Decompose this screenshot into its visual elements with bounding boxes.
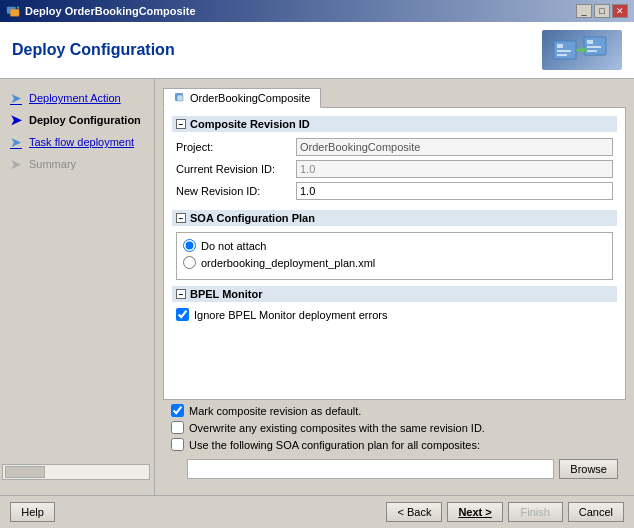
- nav-scrollbar-thumb[interactable]: [5, 466, 45, 478]
- section-bpel-monitor-label: BPEL Monitor: [190, 288, 263, 300]
- radio-do-not-attach-input[interactable]: [183, 239, 196, 252]
- panel-content[interactable]: − Composite Revision ID Project: Current…: [163, 108, 626, 400]
- nav-label-task-flow: Task flow deployment: [29, 136, 134, 148]
- section-bpel-monitor: − BPEL Monitor: [172, 286, 617, 302]
- header-area: Deploy Configuration: [0, 22, 634, 79]
- bpel-monitor-checkbox[interactable]: [176, 308, 189, 321]
- window-controls: _ □ ✕: [576, 4, 628, 18]
- nav-icon-deployment-action: ➤: [8, 90, 24, 106]
- collapse-bpel-monitor[interactable]: −: [176, 289, 186, 299]
- nav-item-summary: ➤ Summary: [0, 153, 154, 175]
- svg-rect-8: [587, 40, 593, 44]
- new-revision-row: New Revision ID:: [172, 182, 617, 200]
- window-title: Deploy OrderBookingComposite: [25, 5, 196, 17]
- section-composite-revision: − Composite Revision ID: [172, 116, 617, 132]
- nav-label-deployment-action: Deployment Action: [29, 92, 121, 104]
- svg-rect-9: [587, 46, 601, 48]
- svg-rect-4: [557, 44, 563, 48]
- section-composite-revision-label: Composite Revision ID: [190, 118, 310, 130]
- tab-bar: OrderBookingComposite: [163, 87, 626, 108]
- project-row: Project:: [172, 138, 617, 156]
- deploy-graphic: [552, 33, 612, 68]
- content-area: ➤ Deployment Action ➤ Deploy Configurati…: [0, 79, 634, 495]
- finish-button[interactable]: Finish: [508, 502, 563, 522]
- check-soa-plan-label: Use the following SOA configuration plan…: [189, 439, 480, 451]
- footer-left: Help: [10, 502, 55, 522]
- radio-do-not-attach[interactable]: Do not attach: [183, 239, 606, 252]
- project-label: Project:: [176, 141, 296, 153]
- nav-icon-summary: ➤: [8, 156, 24, 172]
- nav-label-deploy-configuration: Deploy Configuration: [29, 114, 141, 126]
- soa-plan-input[interactable]: [187, 459, 554, 479]
- window-icon: [6, 4, 20, 18]
- maximize-button[interactable]: □: [594, 4, 610, 18]
- soa-config-box: Do not attach orderbooking_deployment_pl…: [176, 232, 613, 280]
- radio-deployment-plan-input[interactable]: [183, 256, 196, 269]
- section-soa-config: − SOA Configuration Plan: [172, 210, 617, 226]
- new-revision-label: New Revision ID:: [176, 185, 296, 197]
- nav-scrollbar[interactable]: [2, 464, 150, 480]
- svg-rect-10: [587, 50, 597, 52]
- radio-do-not-attach-label: Do not attach: [201, 240, 266, 252]
- footer-right: < Back Next > Finish Cancel: [386, 502, 624, 522]
- bpel-monitor-checkbox-row[interactable]: Ignore BPEL Monitor deployment errors: [176, 308, 613, 321]
- svg-rect-1: [10, 9, 19, 16]
- left-nav: ➤ Deployment Action ➤ Deploy Configurati…: [0, 79, 155, 495]
- current-revision-input[interactable]: [296, 160, 613, 178]
- current-revision-row: Current Revision ID:: [172, 160, 617, 178]
- close-button[interactable]: ✕: [612, 4, 628, 18]
- help-button[interactable]: Help: [10, 502, 55, 522]
- bottom-checks: Mark composite revision as default. Over…: [163, 400, 626, 459]
- bpel-monitor-label: Ignore BPEL Monitor deployment errors: [194, 309, 387, 321]
- right-panel: OrderBookingComposite − Composite Revisi…: [155, 79, 634, 495]
- check-mark-default[interactable]: Mark composite revision as default.: [171, 404, 618, 417]
- nav-item-task-flow[interactable]: ➤ Task flow deployment: [0, 131, 154, 153]
- header-icon: [542, 30, 622, 70]
- minimize-button[interactable]: _: [576, 4, 592, 18]
- check-soa-plan[interactable]: Use the following SOA configuration plan…: [171, 438, 618, 451]
- check-mark-default-input[interactable]: [171, 404, 184, 417]
- check-overwrite-input[interactable]: [171, 421, 184, 434]
- footer: Help < Back Next > Finish Cancel: [0, 495, 634, 528]
- title-bar: Deploy OrderBookingComposite _ □ ✕: [0, 0, 634, 22]
- next-button[interactable]: Next >: [447, 502, 502, 522]
- svg-rect-13: [177, 95, 183, 101]
- current-revision-label: Current Revision ID:: [176, 163, 296, 175]
- tab-orderbooking[interactable]: OrderBookingComposite: [163, 88, 321, 108]
- new-revision-input[interactable]: [296, 182, 613, 200]
- radio-deployment-plan[interactable]: orderbooking_deployment_plan.xml: [183, 256, 606, 269]
- check-overwrite[interactable]: Overwrite any existing composites with t…: [171, 421, 618, 434]
- section-soa-config-label: SOA Configuration Plan: [190, 212, 315, 224]
- browse-button[interactable]: Browse: [559, 459, 618, 479]
- svg-marker-2: [17, 6, 20, 9]
- radio-deployment-plan-label: orderbooking_deployment_plan.xml: [201, 257, 375, 269]
- nav-item-deployment-action[interactable]: ➤ Deployment Action: [0, 87, 154, 109]
- back-button[interactable]: < Back: [386, 502, 442, 522]
- nav-icon-deploy-configuration: ➤: [8, 112, 24, 128]
- check-soa-plan-input[interactable]: [171, 438, 184, 451]
- nav-item-deploy-configuration: ➤ Deploy Configuration: [0, 109, 154, 131]
- check-overwrite-label: Overwrite any existing composites with t…: [189, 422, 485, 434]
- project-input[interactable]: [296, 138, 613, 156]
- collapse-composite-revision[interactable]: −: [176, 119, 186, 129]
- cancel-button[interactable]: Cancel: [568, 502, 624, 522]
- tab-icon: [174, 92, 186, 104]
- check-mark-default-label: Mark composite revision as default.: [189, 405, 361, 417]
- nav-icon-task-flow: ➤: [8, 134, 24, 150]
- svg-rect-5: [557, 50, 571, 52]
- collapse-soa-config[interactable]: −: [176, 213, 186, 223]
- window-body: Deploy Configuration ➤ Deployment A: [0, 22, 634, 528]
- bottom-input-row: Browse: [163, 459, 626, 483]
- nav-label-summary: Summary: [29, 158, 76, 170]
- tab-label: OrderBookingComposite: [190, 92, 310, 104]
- svg-rect-6: [557, 54, 567, 56]
- page-title: Deploy Configuration: [12, 41, 175, 59]
